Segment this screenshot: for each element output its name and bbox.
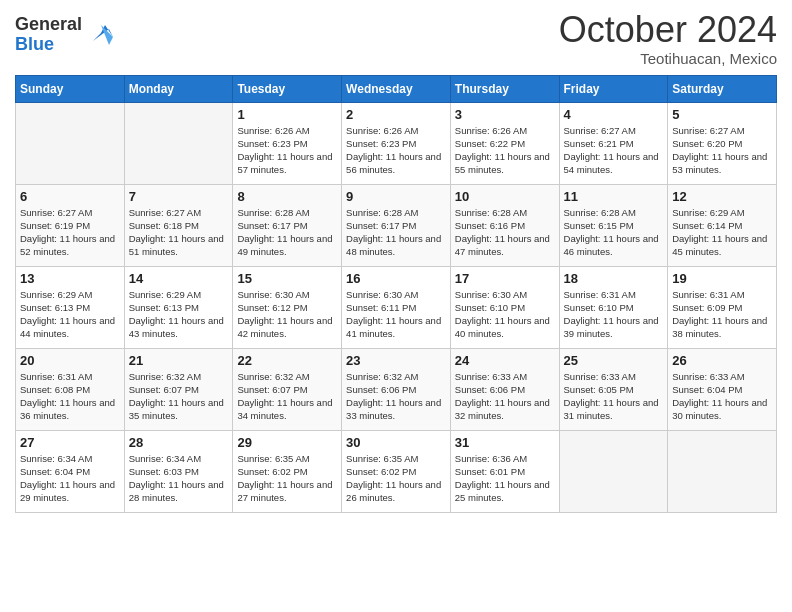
day-info: Sunrise: 6:28 AMSunset: 6:15 PMDaylight:… <box>564 206 664 259</box>
day-info: Sunrise: 6:32 AMSunset: 6:07 PMDaylight:… <box>129 370 229 423</box>
day-info: Sunrise: 6:30 AMSunset: 6:10 PMDaylight:… <box>455 288 555 341</box>
calendar-week-row: 1Sunrise: 6:26 AMSunset: 6:23 PMDaylight… <box>16 102 777 184</box>
calendar-day-cell: 28Sunrise: 6:34 AMSunset: 6:03 PMDayligh… <box>124 430 233 512</box>
calendar-day-cell: 24Sunrise: 6:33 AMSunset: 6:06 PMDayligh… <box>450 348 559 430</box>
day-number: 21 <box>129 353 229 368</box>
day-number: 26 <box>672 353 772 368</box>
weekday-header-tuesday: Tuesday <box>233 75 342 102</box>
day-info: Sunrise: 6:26 AMSunset: 6:22 PMDaylight:… <box>455 124 555 177</box>
calendar-day-cell: 3Sunrise: 6:26 AMSunset: 6:22 PMDaylight… <box>450 102 559 184</box>
day-info: Sunrise: 6:27 AMSunset: 6:18 PMDaylight:… <box>129 206 229 259</box>
day-number: 19 <box>672 271 772 286</box>
day-number: 16 <box>346 271 446 286</box>
calendar-day-cell: 8Sunrise: 6:28 AMSunset: 6:17 PMDaylight… <box>233 184 342 266</box>
day-info: Sunrise: 6:28 AMSunset: 6:17 PMDaylight:… <box>237 206 337 259</box>
day-number: 22 <box>237 353 337 368</box>
logo: General Blue <box>15 15 117 55</box>
day-number: 18 <box>564 271 664 286</box>
day-number: 14 <box>129 271 229 286</box>
location-title: Teotihuacan, Mexico <box>559 50 777 67</box>
weekday-header-friday: Friday <box>559 75 668 102</box>
day-number: 30 <box>346 435 446 450</box>
title-block: October 2024 Teotihuacan, Mexico <box>559 10 777 67</box>
day-number: 28 <box>129 435 229 450</box>
calendar-day-cell: 23Sunrise: 6:32 AMSunset: 6:06 PMDayligh… <box>342 348 451 430</box>
weekday-header-monday: Monday <box>124 75 233 102</box>
day-number: 15 <box>237 271 337 286</box>
calendar-day-cell: 22Sunrise: 6:32 AMSunset: 6:07 PMDayligh… <box>233 348 342 430</box>
day-number: 11 <box>564 189 664 204</box>
day-info: Sunrise: 6:32 AMSunset: 6:07 PMDaylight:… <box>237 370 337 423</box>
day-info: Sunrise: 6:30 AMSunset: 6:12 PMDaylight:… <box>237 288 337 341</box>
day-info: Sunrise: 6:33 AMSunset: 6:06 PMDaylight:… <box>455 370 555 423</box>
day-number: 10 <box>455 189 555 204</box>
calendar-day-cell: 31Sunrise: 6:36 AMSunset: 6:01 PMDayligh… <box>450 430 559 512</box>
calendar-day-cell: 1Sunrise: 6:26 AMSunset: 6:23 PMDaylight… <box>233 102 342 184</box>
day-info: Sunrise: 6:32 AMSunset: 6:06 PMDaylight:… <box>346 370 446 423</box>
day-number: 29 <box>237 435 337 450</box>
day-info: Sunrise: 6:27 AMSunset: 6:20 PMDaylight:… <box>672 124 772 177</box>
day-number: 3 <box>455 107 555 122</box>
calendar-day-cell: 18Sunrise: 6:31 AMSunset: 6:10 PMDayligh… <box>559 266 668 348</box>
day-info: Sunrise: 6:27 AMSunset: 6:21 PMDaylight:… <box>564 124 664 177</box>
calendar-day-cell <box>16 102 125 184</box>
calendar-week-row: 13Sunrise: 6:29 AMSunset: 6:13 PMDayligh… <box>16 266 777 348</box>
calendar-week-row: 20Sunrise: 6:31 AMSunset: 6:08 PMDayligh… <box>16 348 777 430</box>
calendar-day-cell <box>559 430 668 512</box>
calendar-day-cell: 14Sunrise: 6:29 AMSunset: 6:13 PMDayligh… <box>124 266 233 348</box>
weekday-header-row: SundayMondayTuesdayWednesdayThursdayFrid… <box>16 75 777 102</box>
calendar-day-cell: 16Sunrise: 6:30 AMSunset: 6:11 PMDayligh… <box>342 266 451 348</box>
calendar-day-cell <box>124 102 233 184</box>
day-info: Sunrise: 6:28 AMSunset: 6:17 PMDaylight:… <box>346 206 446 259</box>
calendar-day-cell: 12Sunrise: 6:29 AMSunset: 6:14 PMDayligh… <box>668 184 777 266</box>
day-info: Sunrise: 6:35 AMSunset: 6:02 PMDaylight:… <box>346 452 446 505</box>
logo-icon <box>85 17 117 49</box>
day-number: 5 <box>672 107 772 122</box>
day-number: 25 <box>564 353 664 368</box>
day-info: Sunrise: 6:33 AMSunset: 6:04 PMDaylight:… <box>672 370 772 423</box>
calendar-day-cell: 4Sunrise: 6:27 AMSunset: 6:21 PMDaylight… <box>559 102 668 184</box>
calendar-day-cell: 26Sunrise: 6:33 AMSunset: 6:04 PMDayligh… <box>668 348 777 430</box>
calendar-day-cell: 29Sunrise: 6:35 AMSunset: 6:02 PMDayligh… <box>233 430 342 512</box>
calendar-day-cell: 2Sunrise: 6:26 AMSunset: 6:23 PMDaylight… <box>342 102 451 184</box>
day-info: Sunrise: 6:29 AMSunset: 6:13 PMDaylight:… <box>129 288 229 341</box>
page-header: General Blue October 2024 Teotihuacan, M… <box>15 10 777 67</box>
day-number: 1 <box>237 107 337 122</box>
logo-text: General Blue <box>15 15 82 55</box>
day-number: 7 <box>129 189 229 204</box>
calendar-day-cell: 27Sunrise: 6:34 AMSunset: 6:04 PMDayligh… <box>16 430 125 512</box>
day-info: Sunrise: 6:35 AMSunset: 6:02 PMDaylight:… <box>237 452 337 505</box>
calendar-day-cell: 9Sunrise: 6:28 AMSunset: 6:17 PMDaylight… <box>342 184 451 266</box>
day-info: Sunrise: 6:28 AMSunset: 6:16 PMDaylight:… <box>455 206 555 259</box>
day-info: Sunrise: 6:26 AMSunset: 6:23 PMDaylight:… <box>346 124 446 177</box>
day-info: Sunrise: 6:29 AMSunset: 6:14 PMDaylight:… <box>672 206 772 259</box>
calendar-day-cell: 11Sunrise: 6:28 AMSunset: 6:15 PMDayligh… <box>559 184 668 266</box>
weekday-header-sunday: Sunday <box>16 75 125 102</box>
calendar-day-cell: 25Sunrise: 6:33 AMSunset: 6:05 PMDayligh… <box>559 348 668 430</box>
weekday-header-wednesday: Wednesday <box>342 75 451 102</box>
day-info: Sunrise: 6:30 AMSunset: 6:11 PMDaylight:… <box>346 288 446 341</box>
day-number: 6 <box>20 189 120 204</box>
day-info: Sunrise: 6:27 AMSunset: 6:19 PMDaylight:… <box>20 206 120 259</box>
calendar-day-cell: 6Sunrise: 6:27 AMSunset: 6:19 PMDaylight… <box>16 184 125 266</box>
calendar-day-cell: 13Sunrise: 6:29 AMSunset: 6:13 PMDayligh… <box>16 266 125 348</box>
calendar-day-cell: 19Sunrise: 6:31 AMSunset: 6:09 PMDayligh… <box>668 266 777 348</box>
day-number: 20 <box>20 353 120 368</box>
day-info: Sunrise: 6:31 AMSunset: 6:09 PMDaylight:… <box>672 288 772 341</box>
day-number: 9 <box>346 189 446 204</box>
day-info: Sunrise: 6:29 AMSunset: 6:13 PMDaylight:… <box>20 288 120 341</box>
day-number: 23 <box>346 353 446 368</box>
day-info: Sunrise: 6:34 AMSunset: 6:03 PMDaylight:… <box>129 452 229 505</box>
day-number: 31 <box>455 435 555 450</box>
day-info: Sunrise: 6:33 AMSunset: 6:05 PMDaylight:… <box>564 370 664 423</box>
day-info: Sunrise: 6:26 AMSunset: 6:23 PMDaylight:… <box>237 124 337 177</box>
day-number: 27 <box>20 435 120 450</box>
day-info: Sunrise: 6:36 AMSunset: 6:01 PMDaylight:… <box>455 452 555 505</box>
calendar-day-cell <box>668 430 777 512</box>
day-info: Sunrise: 6:31 AMSunset: 6:08 PMDaylight:… <box>20 370 120 423</box>
calendar-table: SundayMondayTuesdayWednesdayThursdayFrid… <box>15 75 777 513</box>
calendar-day-cell: 30Sunrise: 6:35 AMSunset: 6:02 PMDayligh… <box>342 430 451 512</box>
weekday-header-saturday: Saturday <box>668 75 777 102</box>
calendar-day-cell: 10Sunrise: 6:28 AMSunset: 6:16 PMDayligh… <box>450 184 559 266</box>
calendar-week-row: 6Sunrise: 6:27 AMSunset: 6:19 PMDaylight… <box>16 184 777 266</box>
